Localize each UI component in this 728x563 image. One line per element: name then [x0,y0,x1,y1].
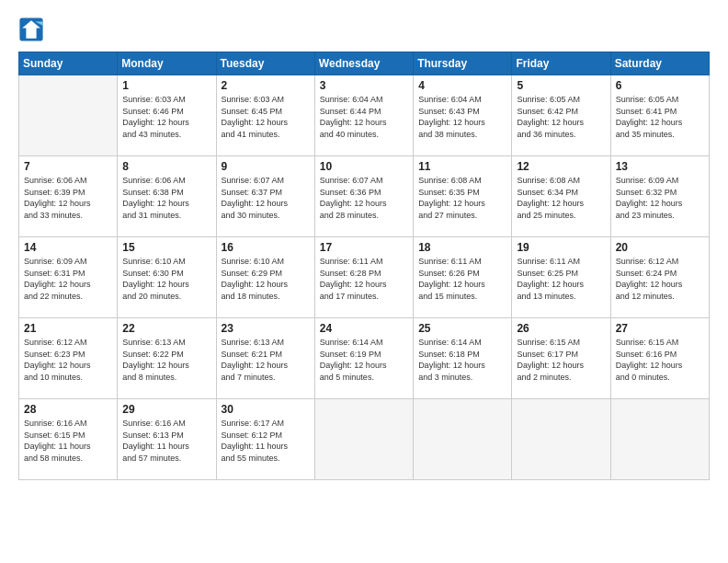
week-row-3: 14Sunrise: 6:09 AM Sunset: 6:31 PM Dayli… [19,237,710,318]
weekday-header-row: SundayMondayTuesdayWednesdayThursdayFrid… [19,52,710,75]
calendar-cell: 19Sunrise: 6:11 AM Sunset: 6:25 PM Dayli… [512,237,610,318]
cell-info: Sunrise: 6:07 AM Sunset: 6:37 PM Dayligh… [222,175,310,221]
calendar-cell: 28Sunrise: 6:16 AM Sunset: 6:15 PM Dayli… [19,399,118,480]
calendar-cell: 1Sunrise: 6:03 AM Sunset: 6:46 PM Daylig… [118,75,216,156]
day-number: 5 [517,79,605,92]
cell-info: Sunrise: 6:17 AM Sunset: 6:12 PM Dayligh… [222,418,310,464]
day-number: 10 [320,160,408,173]
day-number: 12 [517,160,605,173]
week-row-5: 28Sunrise: 6:16 AM Sunset: 6:15 PM Dayli… [19,399,710,480]
cell-info: Sunrise: 6:13 AM Sunset: 6:21 PM Dayligh… [222,337,310,383]
calendar-cell: 26Sunrise: 6:15 AM Sunset: 6:17 PM Dayli… [512,318,610,399]
calendar-body: 1Sunrise: 6:03 AM Sunset: 6:46 PM Daylig… [19,75,710,480]
day-number: 14 [24,241,112,254]
day-number: 13 [616,160,704,173]
header [18,17,710,42]
day-number: 2 [222,79,310,92]
week-row-2: 7Sunrise: 6:06 AM Sunset: 6:39 PM Daylig… [19,156,710,237]
day-number: 28 [24,403,112,416]
calendar-cell [414,399,512,480]
day-number: 22 [122,322,210,335]
day-number: 3 [320,79,408,92]
calendar-cell: 23Sunrise: 6:13 AM Sunset: 6:21 PM Dayli… [216,318,314,399]
cell-info: Sunrise: 6:13 AM Sunset: 6:22 PM Dayligh… [122,337,210,383]
calendar-cell [512,399,610,480]
calendar-cell: 12Sunrise: 6:08 AM Sunset: 6:34 PM Dayli… [512,156,610,237]
cell-info: Sunrise: 6:11 AM Sunset: 6:28 PM Dayligh… [320,256,408,302]
day-number: 6 [616,79,704,92]
weekday-monday: Monday [118,52,216,75]
calendar-cell: 11Sunrise: 6:08 AM Sunset: 6:35 PM Dayli… [414,156,512,237]
day-number: 9 [222,160,310,173]
cell-info: Sunrise: 6:10 AM Sunset: 6:29 PM Dayligh… [222,256,310,302]
day-number: 27 [616,322,704,335]
cell-info: Sunrise: 6:09 AM Sunset: 6:32 PM Dayligh… [616,175,704,221]
cell-info: Sunrise: 6:14 AM Sunset: 6:19 PM Dayligh… [320,337,408,383]
cell-info: Sunrise: 6:04 AM Sunset: 6:43 PM Dayligh… [418,94,506,140]
calendar-cell: 2Sunrise: 6:03 AM Sunset: 6:45 PM Daylig… [216,75,314,156]
cell-info: Sunrise: 6:08 AM Sunset: 6:34 PM Dayligh… [517,175,605,221]
cell-info: Sunrise: 6:11 AM Sunset: 6:25 PM Dayligh… [517,256,605,302]
day-number: 19 [517,241,605,254]
calendar-cell: 7Sunrise: 6:06 AM Sunset: 6:39 PM Daylig… [19,156,118,237]
day-number: 7 [24,160,112,173]
day-number: 16 [222,241,310,254]
calendar-cell: 4Sunrise: 6:04 AM Sunset: 6:43 PM Daylig… [414,75,512,156]
calendar-cell [19,75,118,156]
day-number: 4 [418,79,506,92]
cell-info: Sunrise: 6:16 AM Sunset: 6:13 PM Dayligh… [122,418,210,464]
calendar-cell: 20Sunrise: 6:12 AM Sunset: 6:24 PM Dayli… [610,237,709,318]
calendar-cell: 27Sunrise: 6:15 AM Sunset: 6:16 PM Dayli… [610,318,709,399]
calendar-cell: 29Sunrise: 6:16 AM Sunset: 6:13 PM Dayli… [118,399,216,480]
day-number: 8 [122,160,210,173]
weekday-friday: Friday [512,52,610,75]
calendar-cell: 21Sunrise: 6:12 AM Sunset: 6:23 PM Dayli… [19,318,118,399]
calendar-cell: 30Sunrise: 6:17 AM Sunset: 6:12 PM Dayli… [216,399,314,480]
calendar-cell: 18Sunrise: 6:11 AM Sunset: 6:26 PM Dayli… [414,237,512,318]
calendar-cell: 5Sunrise: 6:05 AM Sunset: 6:42 PM Daylig… [512,75,610,156]
calendar-cell: 25Sunrise: 6:14 AM Sunset: 6:18 PM Dayli… [414,318,512,399]
calendar-cell: 14Sunrise: 6:09 AM Sunset: 6:31 PM Dayli… [19,237,118,318]
calendar-cell [314,399,413,480]
day-number: 17 [320,241,408,254]
day-number: 26 [517,322,605,335]
cell-info: Sunrise: 6:03 AM Sunset: 6:46 PM Dayligh… [122,94,210,140]
weekday-wednesday: Wednesday [314,52,413,75]
cell-info: Sunrise: 6:08 AM Sunset: 6:35 PM Dayligh… [418,175,506,221]
day-number: 24 [320,322,408,335]
cell-info: Sunrise: 6:03 AM Sunset: 6:45 PM Dayligh… [222,94,310,140]
calendar-cell: 16Sunrise: 6:10 AM Sunset: 6:29 PM Dayli… [216,237,314,318]
calendar-cell: 10Sunrise: 6:07 AM Sunset: 6:36 PM Dayli… [314,156,413,237]
day-number: 23 [222,322,310,335]
cell-info: Sunrise: 6:06 AM Sunset: 6:39 PM Dayligh… [24,175,112,221]
cell-info: Sunrise: 6:15 AM Sunset: 6:17 PM Dayligh… [517,337,605,383]
day-number: 30 [222,403,310,416]
day-number: 18 [418,241,506,254]
calendar-table: SundayMondayTuesdayWednesdayThursdayFrid… [18,52,710,480]
calendar-cell: 8Sunrise: 6:06 AM Sunset: 6:38 PM Daylig… [118,156,216,237]
calendar-cell: 22Sunrise: 6:13 AM Sunset: 6:22 PM Dayli… [118,318,216,399]
logo-icon [18,17,44,42]
calendar-cell: 9Sunrise: 6:07 AM Sunset: 6:37 PM Daylig… [216,156,314,237]
page: SundayMondayTuesdayWednesdayThursdayFrid… [0,0,728,563]
week-row-4: 21Sunrise: 6:12 AM Sunset: 6:23 PM Dayli… [19,318,710,399]
day-number: 29 [122,403,210,416]
cell-info: Sunrise: 6:04 AM Sunset: 6:44 PM Dayligh… [320,94,408,140]
cell-info: Sunrise: 6:09 AM Sunset: 6:31 PM Dayligh… [24,256,112,302]
calendar-cell: 17Sunrise: 6:11 AM Sunset: 6:28 PM Dayli… [314,237,413,318]
cell-info: Sunrise: 6:11 AM Sunset: 6:26 PM Dayligh… [418,256,506,302]
cell-info: Sunrise: 6:06 AM Sunset: 6:38 PM Dayligh… [122,175,210,221]
day-number: 1 [122,79,210,92]
day-number: 21 [24,322,112,335]
weekday-saturday: Saturday [610,52,709,75]
weekday-sunday: Sunday [19,52,118,75]
day-number: 11 [418,160,506,173]
calendar-cell: 6Sunrise: 6:05 AM Sunset: 6:41 PM Daylig… [610,75,709,156]
cell-info: Sunrise: 6:05 AM Sunset: 6:42 PM Dayligh… [517,94,605,140]
calendar-cell: 24Sunrise: 6:14 AM Sunset: 6:19 PM Dayli… [314,318,413,399]
cell-info: Sunrise: 6:16 AM Sunset: 6:15 PM Dayligh… [24,418,112,464]
cell-info: Sunrise: 6:12 AM Sunset: 6:23 PM Dayligh… [24,337,112,383]
day-number: 15 [122,241,210,254]
cell-info: Sunrise: 6:07 AM Sunset: 6:36 PM Dayligh… [320,175,408,221]
calendar-cell: 13Sunrise: 6:09 AM Sunset: 6:32 PM Dayli… [610,156,709,237]
